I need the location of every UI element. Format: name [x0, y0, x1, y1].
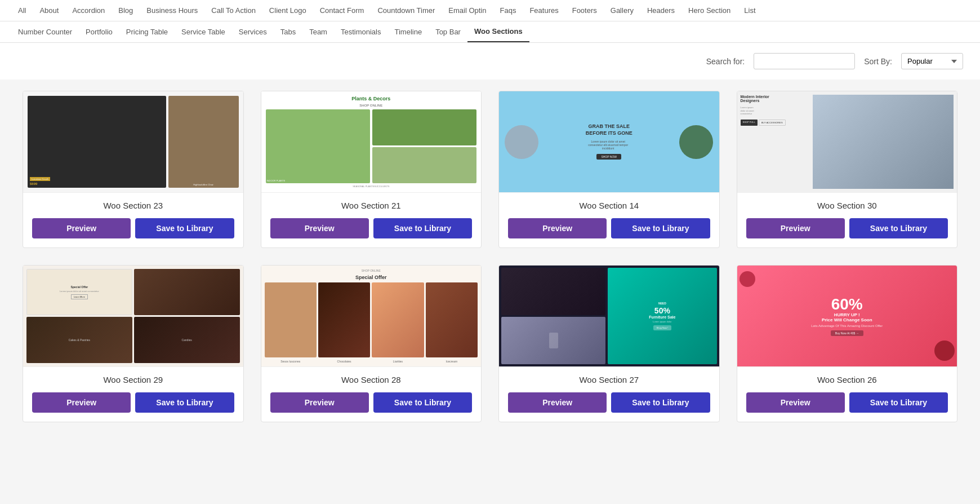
nav1-item-hero-section[interactable]: Hero Section	[681, 1, 737, 20]
preview-button-27[interactable]: Preview	[508, 392, 607, 413]
card-info-26: Woo Section 26 Preview Save to Library	[737, 367, 957, 422]
nav1-item-footers[interactable]: Footers	[565, 1, 604, 20]
card-grid: Luxurious Couch $699 Highback Arm Chair …	[23, 91, 957, 422]
save-button-23[interactable]: Save to Library	[135, 218, 234, 238]
nav1-item-faqs[interactable]: Faqs	[493, 1, 523, 20]
card-title-23: Woo Section 23	[32, 201, 234, 210]
card-preview-30: Modern InteriorDesigners Lorem ipsumdolo…	[737, 91, 957, 193]
card-woo-section-26: 60% HURRY UP !Price Will Change Soon Let…	[737, 265, 958, 422]
card-info-28: Woo Section 28 Preview Save to Library	[261, 367, 482, 422]
nav2-item-number-counter[interactable]: Number Counter	[11, 22, 79, 42]
card-preview-21: Plants & Decors SHOP ONLINE INDOOR PLANT…	[261, 91, 482, 193]
card-info-27: Woo Section 27 Preview Save to Library	[499, 367, 719, 422]
nav1-item-list[interactable]: List	[737, 1, 762, 20]
card-actions-26: Preview Save to Library	[746, 392, 948, 413]
nav1-item-about[interactable]: About	[33, 1, 65, 20]
card-info-23: Woo Section 23 Preview Save to Library	[23, 193, 243, 247]
nav2-item-top-bar[interactable]: Top Bar	[429, 22, 467, 42]
top-nav: All About Accordion Blog Business Hours …	[0, 0, 980, 21]
card-info-14: Woo Section 14 Preview Save to Library	[499, 193, 719, 247]
nav2-item-pricing-table[interactable]: Pricing Table	[119, 22, 175, 42]
card-title-26: Woo Section 26	[746, 375, 948, 384]
card-woo-section-23: Luxurious Couch $699 Highback Arm Chair …	[23, 91, 244, 248]
card-woo-section-21: Plants & Decors SHOP ONLINE INDOOR PLANT…	[261, 91, 482, 248]
nav1-item-contact-form[interactable]: Contact Form	[313, 1, 371, 20]
nav1-item-features[interactable]: Features	[523, 1, 565, 20]
card-title-21: Woo Section 21	[270, 201, 473, 210]
nav2-item-woo-sections[interactable]: Woo Sections	[467, 21, 529, 42]
save-button-28[interactable]: Save to Library	[373, 392, 472, 413]
save-button-29[interactable]: Save to Library	[135, 392, 234, 413]
save-button-14[interactable]: Save to Library	[611, 218, 710, 238]
card-preview-28: SHOP ONLINE Special Offer Sesos luscones…	[261, 266, 482, 367]
card-actions-29: Preview Save to Library	[32, 392, 234, 413]
second-nav: Number Counter Portfolio Pricing Table S…	[0, 21, 980, 43]
card-info-21: Woo Section 21 Preview Save to Library	[261, 193, 482, 247]
card-actions-27: Preview Save to Library	[508, 392, 710, 413]
nav2-item-timeline[interactable]: Timeline	[387, 22, 429, 42]
card-woo-section-14: GRAB THE SALEBEFORE ITS GONE Lorem ipsum…	[498, 91, 720, 248]
preview-button-23[interactable]: Preview	[32, 218, 131, 238]
nav2-item-tabs[interactable]: Tabs	[274, 22, 302, 42]
card-actions-14: Preview Save to Library	[508, 218, 710, 238]
save-button-27[interactable]: Save to Library	[611, 392, 710, 413]
nav1-item-email-optin[interactable]: Email Optin	[442, 1, 493, 20]
sort-select[interactable]: Popular Newest Oldest	[901, 53, 963, 69]
preview-button-14[interactable]: Preview	[508, 218, 607, 238]
preview-button-29[interactable]: Preview	[32, 392, 131, 413]
card-title-28: Woo Section 28	[270, 375, 473, 384]
card-title-27: Woo Section 27	[508, 375, 710, 384]
card-actions-21: Preview Save to Library	[270, 218, 473, 238]
nav2-item-team[interactable]: Team	[302, 22, 334, 42]
card-preview-23: Luxurious Couch $699 Highback Arm Chair	[23, 91, 243, 193]
card-woo-section-30: Modern InteriorDesigners Lorem ipsumdolo…	[737, 91, 958, 248]
card-woo-section-29: Special Offer Lorem ipsum dolor sit amet…	[23, 265, 244, 422]
toolbar: Search for: Sort By: Popular Newest Olde…	[0, 43, 980, 79]
save-button-26[interactable]: Save to Library	[849, 392, 948, 413]
nav2-item-testimonials[interactable]: Testimonials	[334, 22, 388, 42]
search-input[interactable]	[754, 53, 855, 69]
content-area: Luxurious Couch $699 Highback Arm Chair …	[0, 79, 980, 445]
card-preview-29: Special Offer Lorem ipsum dolor sit amet…	[23, 266, 243, 367]
card-actions-23: Preview Save to Library	[32, 218, 234, 238]
nav1-item-accordion[interactable]: Accordion	[65, 1, 112, 20]
card-title-14: Woo Section 14	[508, 201, 710, 210]
preview-button-28[interactable]: Preview	[270, 392, 369, 413]
nav2-item-services[interactable]: Services	[232, 22, 274, 42]
nav2-item-service-table[interactable]: Service Table	[175, 22, 232, 42]
card-info-30: Woo Section 30 Preview Save to Library	[737, 193, 957, 247]
card-info-29: Woo Section 29 Preview Save to Library	[23, 367, 243, 422]
card-title-30: Woo Section 30	[746, 201, 948, 210]
card-preview-14: GRAB THE SALEBEFORE ITS GONE Lorem ipsum…	[499, 91, 719, 193]
nav1-item-call-to-action[interactable]: Call To Action	[204, 1, 262, 20]
card-actions-28: Preview Save to Library	[270, 392, 473, 413]
thumb-23-container: Luxurious Couch $699 Highback Arm Chair	[23, 91, 243, 192]
preview-button-21[interactable]: Preview	[270, 218, 369, 238]
nav1-item-headers[interactable]: Headers	[640, 1, 681, 20]
card-woo-section-28: SHOP ONLINE Special Offer Sesos luscones…	[261, 265, 482, 422]
nav1-item-gallery[interactable]: Gallery	[604, 1, 640, 20]
nav2-item-portfolio[interactable]: Portfolio	[79, 22, 119, 42]
card-preview-27: NEED 50% Furniture Sale Lorem ipsum dolo…	[499, 266, 719, 367]
save-button-21[interactable]: Save to Library	[373, 218, 472, 238]
save-button-30[interactable]: Save to Library	[849, 218, 948, 238]
preview-button-26[interactable]: Preview	[746, 392, 845, 413]
nav1-item-blog[interactable]: Blog	[112, 1, 140, 20]
nav1-item-business-hours[interactable]: Business Hours	[140, 1, 204, 20]
preview-button-30[interactable]: Preview	[746, 218, 845, 238]
sort-label: Sort By:	[864, 57, 892, 66]
search-label: Search for:	[706, 57, 745, 66]
nav1-item-all[interactable]: All	[11, 1, 33, 20]
nav1-item-countdown-timer[interactable]: Countdown Timer	[371, 1, 442, 20]
card-actions-30: Preview Save to Library	[746, 218, 948, 238]
nav1-item-client-logo[interactable]: Client Logo	[262, 1, 313, 20]
card-preview-26: 60% HURRY UP !Price Will Change Soon Let…	[737, 266, 957, 367]
card-title-29: Woo Section 29	[32, 375, 234, 384]
card-woo-section-27: NEED 50% Furniture Sale Lorem ipsum dolo…	[498, 265, 720, 422]
